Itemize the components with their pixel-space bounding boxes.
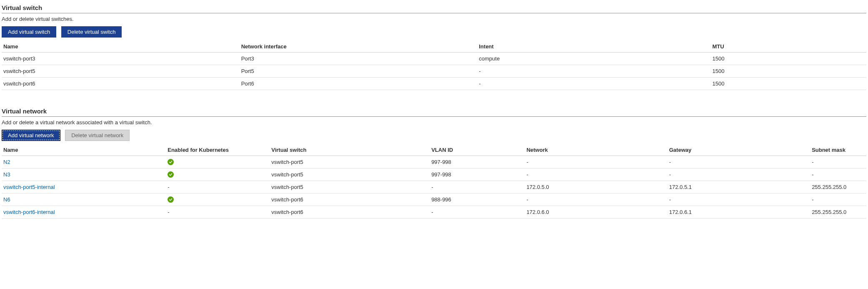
add-virtual-switch-button[interactable]: Add virtual switch: [2, 26, 56, 38]
virtual-switch-table: Name Network interface Intent MTU vswitc…: [2, 41, 866, 90]
col-name[interactable]: Name: [2, 144, 166, 156]
virtual-network-name-link[interactable]: N3: [3, 171, 10, 178]
cell-vlan-id: 997-998: [430, 156, 525, 168]
cell-network-interface: Port3: [240, 53, 478, 65]
cell-network: 172.0.5.0: [525, 181, 667, 194]
cell-mtu: 1500: [711, 78, 867, 90]
virtual-switch-button-row: Add virtual switch Delete virtual switch: [2, 26, 866, 38]
cell-virtual-switch: vswitch-port5: [270, 156, 430, 168]
delete-virtual-switch-button[interactable]: Delete virtual switch: [61, 26, 122, 38]
table-header-row: Name Enabled for Kubernetes Virtual swit…: [2, 144, 866, 156]
cell-enabled-for-kubernetes: -: [166, 181, 270, 194]
virtual-switch-description: Add or delete virtual switches.: [2, 16, 866, 22]
cell-gateway: 172.0.6.1: [668, 206, 810, 219]
col-vlan-id[interactable]: VLAN ID: [430, 144, 525, 156]
cell-gateway: -: [668, 168, 810, 181]
check-circle-icon: [168, 171, 174, 178]
col-enabled-for-kubernetes[interactable]: Enabled for Kubernetes: [166, 144, 270, 156]
add-virtual-network-button[interactable]: Add virtual network: [2, 130, 60, 141]
cell-subnet-mask: -: [810, 168, 866, 181]
cell-intent: compute: [477, 53, 710, 65]
cell-virtual-switch: vswitch-port6: [270, 194, 430, 206]
table-row[interactable]: N2vswitch-port5997-998---: [2, 156, 866, 168]
cell-mtu: 1500: [711, 53, 867, 65]
col-gateway[interactable]: Gateway: [668, 144, 810, 156]
cell-enabled-for-kubernetes: -: [166, 206, 270, 219]
virtual-network-name-link[interactable]: vswitch-port6-internal: [3, 209, 55, 215]
col-intent[interactable]: Intent: [477, 41, 710, 53]
table-row[interactable]: vswitch-port3Port3compute1500: [2, 53, 866, 65]
check-circle-icon: [168, 196, 174, 203]
cell-enabled-for-kubernetes: [166, 194, 270, 206]
virtual-network-title: Virtual network: [2, 106, 866, 117]
virtual-network-name-link[interactable]: N6: [3, 196, 10, 203]
table-row[interactable]: vswitch-port5-internal-vswitch-port5-172…: [2, 181, 866, 194]
cell-network-interface: Port5: [240, 65, 478, 78]
cell-gateway: -: [668, 194, 810, 206]
virtual-network-name-link[interactable]: vswitch-port5-internal: [3, 184, 55, 190]
cell-value: -: [168, 184, 169, 190]
cell-network: 172.0.6.0: [525, 206, 667, 219]
virtual-network-table: Name Enabled for Kubernetes Virtual swit…: [2, 144, 866, 219]
cell-network: -: [525, 156, 667, 168]
col-network[interactable]: Network: [525, 144, 667, 156]
virtual-switch-title: Virtual switch: [2, 3, 866, 13]
table-header-row: Name Network interface Intent MTU: [2, 41, 866, 53]
cell-intent: -: [477, 65, 710, 78]
col-name[interactable]: Name: [2, 41, 240, 53]
cell-vlan-id: -: [430, 181, 525, 194]
virtual-network-section: Virtual network Add or delete a virtual …: [2, 106, 866, 219]
cell-gateway: -: [668, 156, 810, 168]
cell-subnet-mask: -: [810, 194, 866, 206]
cell-name: vswitch-port5: [2, 65, 240, 78]
col-network-interface[interactable]: Network interface: [240, 41, 478, 53]
cell-network: -: [525, 168, 667, 181]
table-row[interactable]: vswitch-port6Port6-1500: [2, 78, 866, 90]
check-circle-icon: [168, 159, 174, 165]
table-row[interactable]: vswitch-port6-internal-vswitch-port6-172…: [2, 206, 866, 219]
cell-gateway: 172.0.5.1: [668, 181, 810, 194]
cell-vlan-id: 997-998: [430, 168, 525, 181]
table-row[interactable]: N6vswitch-port6988-996---: [2, 194, 866, 206]
table-row[interactable]: vswitch-port5Port5-1500: [2, 65, 866, 78]
cell-mtu: 1500: [711, 65, 867, 78]
col-virtual-switch[interactable]: Virtual switch: [270, 144, 430, 156]
cell-network-interface: Port6: [240, 78, 478, 90]
table-row[interactable]: N3vswitch-port5997-998---: [2, 168, 866, 181]
cell-virtual-switch: vswitch-port5: [270, 181, 430, 194]
delete-virtual-network-button: Delete virtual network: [65, 130, 130, 141]
cell-enabled-for-kubernetes: [166, 156, 270, 168]
cell-virtual-switch: vswitch-port6: [270, 206, 430, 219]
virtual-network-button-row: Add virtual network Delete virtual netwo…: [2, 130, 866, 141]
cell-subnet-mask: 255.255.255.0: [810, 181, 866, 194]
virtual-network-name-link[interactable]: N2: [3, 159, 10, 165]
cell-value: -: [168, 209, 169, 215]
cell-vlan-id: 988-996: [430, 194, 525, 206]
virtual-switch-section: Virtual switch Add or delete virtual swi…: [2, 3, 866, 90]
cell-intent: -: [477, 78, 710, 90]
cell-virtual-switch: vswitch-port5: [270, 168, 430, 181]
col-subnet-mask[interactable]: Subnet mask: [810, 144, 866, 156]
cell-name: vswitch-port3: [2, 53, 240, 65]
col-mtu[interactable]: MTU: [711, 41, 867, 53]
cell-subnet-mask: 255.255.255.0: [810, 206, 866, 219]
cell-network: -: [525, 194, 667, 206]
cell-enabled-for-kubernetes: [166, 168, 270, 181]
virtual-network-description: Add or delete a virtual network associat…: [2, 119, 866, 126]
cell-subnet-mask: -: [810, 156, 866, 168]
cell-vlan-id: -: [430, 206, 525, 219]
cell-name: vswitch-port6: [2, 78, 240, 90]
